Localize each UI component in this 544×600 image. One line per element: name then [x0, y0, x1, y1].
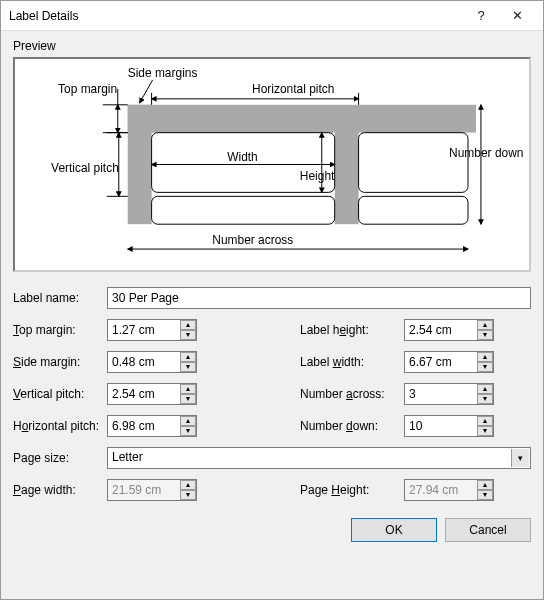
diagram-number-across: Number across: [212, 233, 293, 247]
label-name-label: Label name:: [13, 291, 107, 305]
label-name-input[interactable]: [107, 287, 531, 309]
dialog-title: Label Details: [9, 9, 463, 23]
label-details-dialog: Label Details ? ✕ Preview Side m: [0, 0, 544, 600]
svg-rect-4: [359, 133, 468, 193]
number-across-spinner[interactable]: ▲▼: [477, 384, 493, 404]
svg-line-7: [140, 80, 153, 103]
diagram-vertical-pitch: Vertical pitch: [51, 161, 119, 175]
preview-box: Side margins Top margin Horizontal pitch…: [13, 57, 531, 272]
page-height-spinner[interactable]: ▲▼: [477, 480, 493, 500]
diagram-height: Height: [300, 169, 335, 183]
vertical-pitch-spinner[interactable]: ▲▼: [180, 384, 196, 404]
dialog-content: Preview Side margins Top: [1, 31, 543, 556]
svg-rect-1: [128, 105, 152, 224]
preview-label: Preview: [13, 39, 531, 53]
label-width-label: Label width:: [300, 355, 404, 369]
page-width-label: Page width:: [13, 483, 107, 497]
svg-rect-5: [152, 196, 335, 224]
side-margin-label: Side margin:: [13, 355, 107, 369]
vertical-pitch-label: Vertical pitch:: [13, 387, 107, 401]
page-height-label: Page Height:: [300, 483, 404, 497]
page-size-label: Page size:: [13, 451, 107, 465]
chevron-down-icon: ▾: [511, 449, 529, 467]
number-across-label: Number across:: [300, 387, 404, 401]
horizontal-pitch-spinner[interactable]: ▲▼: [180, 416, 196, 436]
top-margin-spinner[interactable]: ▲▼: [180, 320, 196, 340]
page-size-value: Letter: [112, 450, 143, 464]
ok-button[interactable]: OK: [351, 518, 437, 542]
label-height-label: Label height:: [300, 323, 404, 337]
close-button[interactable]: ✕: [499, 2, 535, 30]
page-width-spinner[interactable]: ▲▼: [180, 480, 196, 500]
dialog-buttons: OK Cancel: [13, 512, 531, 548]
diagram-top-margin: Top margin: [58, 82, 117, 96]
titlebar: Label Details ? ✕: [1, 1, 543, 31]
svg-rect-0: [128, 105, 476, 133]
label-width-spinner[interactable]: ▲▼: [477, 352, 493, 372]
form: Label name: Top margin: ▲▼ Label height:…: [13, 286, 531, 548]
diagram-horizontal-pitch: Horizontal pitch: [252, 82, 334, 96]
diagram-width: Width: [227, 150, 258, 164]
diagram-side-margins: Side margins: [128, 66, 198, 80]
horizontal-pitch-label: Horizontal pitch:: [13, 419, 107, 433]
svg-rect-6: [359, 196, 468, 224]
label-height-spinner[interactable]: ▲▼: [477, 320, 493, 340]
cancel-button[interactable]: Cancel: [445, 518, 531, 542]
label-diagram: Side margins Top margin Horizontal pitch…: [21, 65, 523, 264]
side-margin-spinner[interactable]: ▲▼: [180, 352, 196, 372]
top-margin-label: Top margin:: [13, 323, 107, 337]
page-size-select[interactable]: Letter ▾: [107, 447, 531, 469]
number-down-label: Number down:: [300, 419, 404, 433]
number-down-spinner[interactable]: ▲▼: [477, 416, 493, 436]
help-button[interactable]: ?: [463, 2, 499, 30]
svg-rect-2: [335, 130, 359, 225]
diagram-number-down: Number down: [449, 146, 523, 160]
